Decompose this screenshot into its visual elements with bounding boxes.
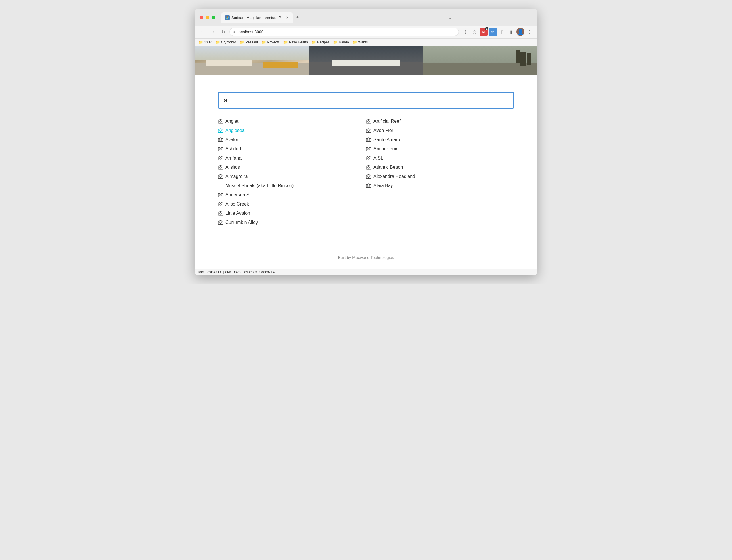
svg-point-1	[220, 130, 221, 132]
svg-point-10	[220, 222, 221, 224]
result-santo-amaro[interactable]: Santo Amaro	[366, 136, 514, 144]
back-button[interactable]: ←	[198, 28, 206, 36]
result-avon-pier[interactable]: Avon Pier	[366, 126, 514, 135]
forward-button[interactable]: →	[209, 28, 217, 36]
result-little-avalon[interactable]: Little Avalon	[218, 209, 366, 217]
camera-icon-highlighted	[218, 128, 223, 133]
profile-avatar[interactable]: 👤	[516, 28, 524, 36]
folder-icon: 📁	[239, 40, 244, 44]
result-anchor-point[interactable]: Anchor Point	[366, 145, 514, 153]
svg-point-9	[220, 213, 221, 214]
result-anglet[interactable]: Anglet	[218, 117, 366, 125]
camera-icon	[218, 156, 223, 161]
window-controls: 🏄 Surfcam Magician - Ventura P... × + ⌄	[200, 12, 532, 23]
svg-point-5	[220, 167, 221, 168]
result-arrifana[interactable]: Arrifana	[218, 154, 366, 162]
footer-text: Built by Maxworld Technologies	[338, 255, 394, 260]
extensions-button[interactable]: ▯	[498, 28, 506, 36]
bookmarks-bar: 📁 1337 📁 Cryptobro 📁 Peasant 📁 Projects …	[195, 39, 537, 46]
bookmark-button[interactable]: ☆	[470, 28, 478, 36]
maximize-button[interactable]	[212, 16, 215, 19]
footer: Built by Maxworld Technologies	[195, 238, 537, 269]
result-ashdod[interactable]: Ashdod	[218, 145, 366, 153]
svg-point-2	[220, 139, 221, 141]
camera-icon	[218, 165, 223, 170]
status-url: localhost:3000/spot/6198230cc50e897908ac…	[198, 270, 275, 274]
surfcam-placeholder-2	[309, 46, 423, 75]
bookmark-label: Projects	[267, 40, 279, 44]
result-name: Avon Pier	[373, 128, 393, 133]
result-name: Anglesea	[225, 128, 245, 133]
results-left-column: Anglet Anglesea Avalon	[218, 117, 366, 227]
result-mussel-shoals[interactable]: Mussel Shoals (aka Little Rincon)	[218, 182, 366, 190]
camera-icon	[366, 174, 371, 179]
result-name: Alexandra Headland	[373, 174, 415, 179]
expand-tabs-button[interactable]: ⌄	[446, 13, 454, 23]
share-button[interactable]: ⇧	[461, 28, 469, 36]
sidebar-button[interactable]: ▮	[507, 28, 515, 36]
camera-icon	[366, 119, 371, 124]
result-atlantic-beach[interactable]: Atlantic Beach	[366, 163, 514, 171]
folder-icon: 📁	[215, 40, 220, 44]
surfcam-image-3	[423, 46, 537, 75]
result-avalon[interactable]: Avalon	[218, 136, 366, 144]
camera-icon	[218, 211, 223, 216]
result-a-st[interactable]: A St.	[366, 154, 514, 162]
lock-icon: ●	[233, 30, 235, 34]
extension-button-1[interactable]: M 1	[480, 28, 488, 36]
close-button[interactable]	[200, 16, 203, 19]
camera-icon	[218, 146, 223, 151]
svg-point-18	[368, 185, 369, 187]
result-anglesea[interactable]: Anglesea	[218, 126, 366, 135]
result-almagreira[interactable]: Almagreira	[218, 172, 366, 181]
result-artificial-reef[interactable]: Artificial Reef	[366, 117, 514, 125]
result-name: Anderson St.	[225, 192, 252, 197]
minimize-button[interactable]	[206, 16, 209, 19]
bookmark-recipes[interactable]: 📁 Recipes	[311, 40, 329, 44]
folder-icon: 📁	[198, 40, 203, 44]
new-tab-button[interactable]: +	[293, 12, 302, 23]
status-bar: localhost:3000/spot/6198230cc50e897908ac…	[195, 269, 537, 275]
result-name: Currumbin Alley	[225, 220, 258, 225]
search-input-container[interactable]	[218, 92, 514, 109]
bookmark-label: Cryptobro	[221, 40, 236, 44]
svg-point-6	[220, 176, 221, 178]
address-bar[interactable]: ● localhost:3000	[229, 28, 459, 36]
bookmark-ratio-health[interactable]: 📁 Ratio Health	[283, 40, 308, 44]
reload-button[interactable]: ↻	[219, 28, 227, 36]
active-tab[interactable]: 🏄 Surfcam Magician - Ventura P... ×	[221, 12, 293, 23]
folder-icon: 📁	[311, 40, 316, 44]
result-name: Aliso Creek	[225, 202, 249, 207]
result-currumbin[interactable]: Currumbin Alley	[218, 218, 366, 227]
tab-close-button[interactable]: ×	[285, 15, 289, 20]
svg-point-15	[368, 158, 369, 159]
bookmark-projects[interactable]: 📁 Projects	[261, 40, 279, 44]
bookmark-cryptobro[interactable]: 📁 Cryptobro	[215, 40, 236, 44]
result-alaia-bay[interactable]: Alaia Bay	[366, 182, 514, 190]
svg-point-14	[368, 148, 369, 150]
camera-icon	[218, 174, 223, 179]
result-name: Atlantic Beach	[373, 165, 403, 170]
camera-icon	[366, 128, 371, 133]
svg-point-16	[368, 167, 369, 168]
tab-bar: 🏄 Surfcam Magician - Ventura P... × + ⌄	[221, 12, 454, 23]
result-alexandra-headland[interactable]: Alexandra Headland	[366, 172, 514, 181]
search-input[interactable]	[224, 97, 508, 104]
result-name: Anchor Point	[373, 146, 400, 151]
result-anderson[interactable]: Anderson St.	[218, 191, 366, 199]
surfcam-placeholder-3	[423, 46, 537, 75]
bookmark-wants[interactable]: 📁 Wants	[352, 40, 368, 44]
menu-button[interactable]: ⋮	[526, 28, 534, 36]
svg-point-12	[368, 130, 369, 132]
page-content: Anglet Anglesea Avalon	[195, 46, 537, 269]
bookmark-peasant[interactable]: 📁 Peasant	[239, 40, 258, 44]
result-name: Ashdod	[225, 146, 241, 151]
bookmark-1337[interactable]: 📁 1337	[198, 40, 212, 44]
camera-icon	[366, 146, 371, 151]
extension-button-2[interactable]: ✏	[489, 28, 497, 36]
result-alisitos[interactable]: Alisitos	[218, 163, 366, 171]
result-name: Mussel Shoals (aka Little Rincon)	[225, 183, 294, 188]
result-name: Little Avalon	[225, 211, 250, 216]
result-aliso-creek[interactable]: Aliso Creek	[218, 200, 366, 208]
bookmark-rando[interactable]: 📁 Rando	[333, 40, 349, 44]
